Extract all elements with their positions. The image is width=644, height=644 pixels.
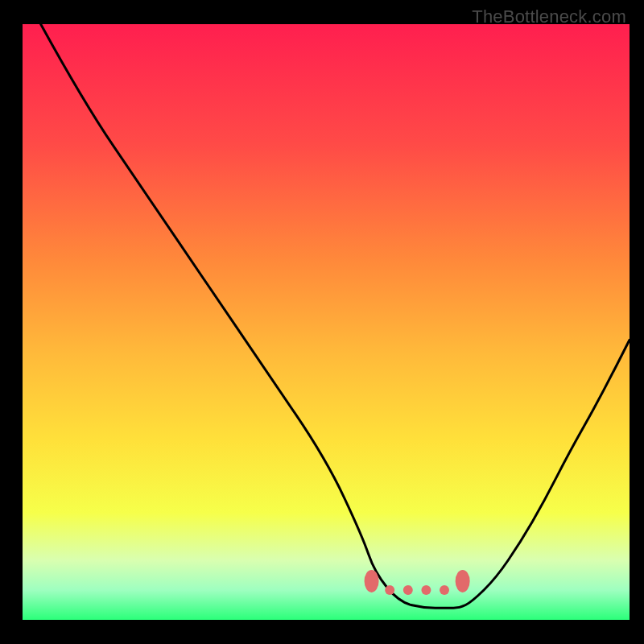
plateau-dot bbox=[403, 585, 413, 595]
plateau-end-marker bbox=[456, 570, 470, 592]
watermark-text: TheBottleneck.com bbox=[472, 6, 626, 27]
bottleneck-chart bbox=[0, 0, 644, 644]
chart-svg bbox=[0, 0, 644, 644]
plateau-dot bbox=[385, 585, 394, 595]
chart-gradient-area bbox=[23, 24, 630, 620]
plateau-dot bbox=[440, 585, 449, 595]
plateau-dot bbox=[421, 585, 431, 595]
plateau-end-marker bbox=[365, 570, 379, 592]
